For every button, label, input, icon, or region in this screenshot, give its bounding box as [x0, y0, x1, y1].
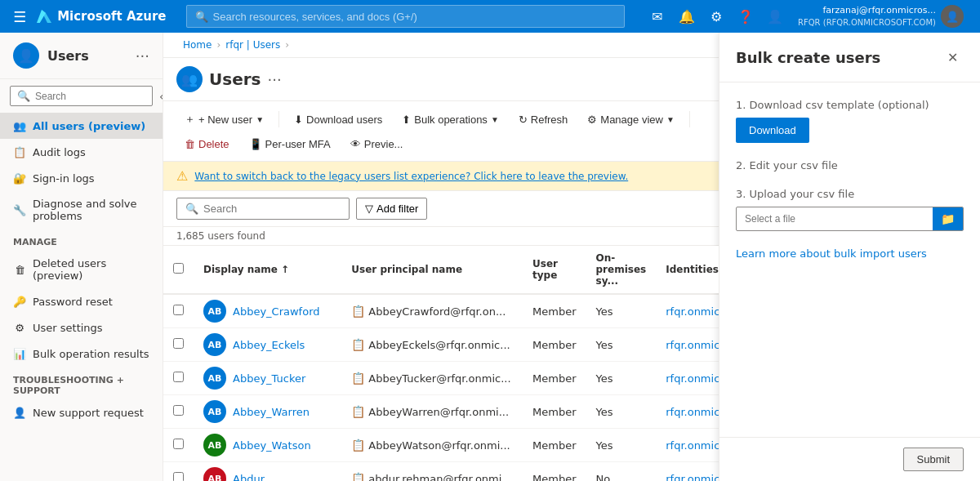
deleted-users-icon: 🗑 — [13, 263, 26, 276]
new-user-button[interactable]: ＋ + New user ▼ — [176, 108, 272, 131]
on-prem: Yes — [586, 294, 657, 328]
step2-label: 2. Edit your csv file — [736, 159, 964, 171]
warning-banner: ⚠ Want to switch back to the legacy user… — [163, 162, 719, 191]
identity-link[interactable]: rfqr.onmicrosoft.com — [666, 305, 719, 318]
copy-icon[interactable]: 📋 — [351, 372, 365, 385]
upn-value: AbbeyCrawford@rfqr.on... — [368, 305, 506, 318]
sidebar-item-all-users[interactable]: 👥 All users (preview) — [0, 113, 163, 139]
panel-close-button[interactable]: ✕ — [941, 46, 964, 69]
user-name-cell: AB Abbey_Watson — [203, 434, 332, 457]
sidebar-more-icon[interactable]: ··· — [136, 47, 149, 65]
col-display-name[interactable]: Display name ↑ — [194, 246, 341, 294]
warning-text[interactable]: Want to switch back to the legacy users … — [194, 171, 628, 182]
row-checkbox[interactable] — [173, 472, 184, 481]
page-more-icon[interactable]: ··· — [267, 71, 281, 88]
user-profile[interactable]: farzanaj@rfqr.onmicros... RFQR (RFQR.ONM… — [791, 2, 970, 31]
add-filter-label: Add filter — [376, 203, 418, 215]
row-checkbox[interactable] — [173, 338, 184, 349]
feedback-icon[interactable]: ✉ — [644, 3, 670, 29]
user-avatar[interactable]: 👤 — [941, 5, 964, 28]
user-name-link[interactable]: Abbey_Eckels — [233, 339, 305, 351]
select-all-checkbox[interactable] — [173, 263, 184, 274]
panel-upload-area[interactable]: 📁 — [736, 207, 964, 231]
global-search[interactable]: 🔍 — [186, 5, 626, 28]
upn-cell: 📋 AbbeyWatson@rfqr.onmi... — [351, 439, 513, 452]
file-input[interactable] — [737, 208, 933, 229]
sidebar-item-deleted-users[interactable]: 🗑 Deleted users (preview) — [0, 251, 163, 288]
copy-icon[interactable]: 📋 — [351, 305, 365, 318]
notifications-icon[interactable]: 🔔 — [674, 3, 700, 29]
copy-icon[interactable]: 📋 — [351, 338, 365, 351]
on-prem: No — [586, 462, 657, 482]
sidebar-item-signin-logs[interactable]: 🔐 Sign-in logs — [0, 165, 163, 191]
delete-button[interactable]: 🗑 Delete — [176, 134, 238, 154]
sidebar-item-bulk-op-results[interactable]: 📊 Bulk operation results — [0, 341, 163, 367]
account-icon[interactable]: 👤 — [762, 3, 788, 29]
upn-cell: 📋 AbbeyWarren@rfqr.onmi... — [351, 405, 513, 418]
identity-link[interactable]: rfqr.onmicrosoft.com — [666, 406, 719, 418]
sidebar-item-audit-logs[interactable]: 📋 Audit logs — [0, 139, 163, 165]
sidebar-item-user-settings[interactable]: ⚙ User settings — [0, 314, 163, 341]
user-name-link[interactable]: Abbey_Warren — [233, 406, 310, 418]
panel-step1: 1. Download csv template (optional) Down… — [736, 99, 964, 143]
user-name-link[interactable]: Abbey_Tucker — [233, 372, 305, 385]
password-reset-icon: 🔑 — [13, 295, 26, 308]
panel-download-button[interactable]: Download — [736, 118, 809, 143]
refresh-button[interactable]: ↻ Refresh — [510, 109, 577, 130]
bulk-operations-button[interactable]: ⬆ Bulk operations ▼ — [394, 109, 507, 130]
global-search-input[interactable] — [213, 11, 617, 23]
sidebar-search-input[interactable] — [35, 91, 158, 102]
row-checkbox[interactable] — [173, 305, 184, 315]
bulk-ops-label: Bulk operations — [414, 114, 488, 126]
download-users-button[interactable]: ⬇ Download users — [286, 109, 390, 130]
user-type: Member — [523, 429, 586, 462]
manage-view-button[interactable]: ⚙ Manage view ▼ — [579, 109, 683, 130]
help-icon[interactable]: ❓ — [733, 3, 759, 29]
submit-button[interactable]: Submit — [903, 448, 964, 471]
upn-value: AbbeyWarren@rfqr.onmi... — [368, 406, 509, 418]
breadcrumb-tenant[interactable]: rfqr | Users — [225, 39, 280, 51]
panel-step2: 2. Edit your csv file — [736, 159, 964, 171]
copy-icon[interactable]: 📋 — [351, 439, 365, 452]
sidebar-user-icon: 👤 — [13, 42, 39, 69]
add-filter-button[interactable]: ▽ Add filter — [356, 198, 427, 220]
row-checkbox[interactable] — [173, 405, 184, 416]
upn-cell: 📋 AbbeyEckels@rfqr.onmic... — [351, 338, 513, 351]
page-title: Users — [209, 69, 261, 89]
identity-link[interactable]: rfqr.onmicrosoft.com — [666, 473, 719, 482]
filter-search-input[interactable] — [203, 203, 341, 215]
identity-link[interactable]: rfqr.onmicrosoft.com — [666, 339, 719, 351]
breadcrumb-home[interactable]: Home — [183, 39, 212, 51]
filter-search-area[interactable]: 🔍 — [176, 198, 350, 220]
sidebar-search-field[interactable]: 🔍 — [10, 86, 153, 106]
copy-icon[interactable]: 📋 — [351, 405, 365, 418]
new-user-label: + New user — [198, 114, 252, 126]
warning-icon: ⚠ — [176, 168, 188, 184]
row-checkbox[interactable] — [173, 372, 184, 382]
sidebar-title: Users — [47, 48, 89, 64]
filter-search-icon: 🔍 — [185, 203, 198, 215]
user-name-link[interactable]: Abbey_Crawford — [233, 305, 320, 318]
identity-link[interactable]: rfqr.onmicrosoft.com — [666, 439, 719, 452]
filter-icon: ▽ — [365, 203, 373, 215]
identity-link[interactable]: rfqr.onmicrosoft.com — [666, 372, 719, 385]
sidebar-item-password-reset[interactable]: 🔑 Password reset — [0, 288, 163, 314]
mfa-label: Per-user MFA — [265, 138, 331, 150]
preview-button[interactable]: 👁 Previe... — [342, 134, 412, 154]
user-name-cell: AB Abdur — [203, 467, 332, 481]
manage-section-title: Manage — [0, 229, 163, 251]
menu-icon[interactable]: ☰ — [10, 5, 29, 29]
copy-icon[interactable]: 📋 — [351, 472, 365, 481]
brand-logo: Microsoft Azure — [36, 8, 166, 24]
avatar: AB — [203, 467, 226, 481]
file-browse-button[interactable]: 📁 — [933, 207, 963, 230]
user-name-link[interactable]: Abbey_Watson — [233, 439, 311, 452]
settings-icon[interactable]: ⚙ — [703, 3, 729, 29]
learn-more-link[interactable]: Learn more about bulk import users — [736, 247, 964, 260]
per-user-mfa-button[interactable]: 📱 Per-user MFA — [241, 134, 339, 154]
sidebar-item-diagnose[interactable]: 🔧 Diagnose and solve problems — [0, 191, 163, 229]
user-name-link[interactable]: Abdur — [233, 473, 265, 482]
row-checkbox[interactable] — [173, 439, 184, 449]
sidebar: 👤 Users ··· 🔍 « 👥 All users (preview) 📋 … — [0, 33, 163, 481]
sidebar-item-support[interactable]: 👤 New support request — [0, 399, 163, 425]
